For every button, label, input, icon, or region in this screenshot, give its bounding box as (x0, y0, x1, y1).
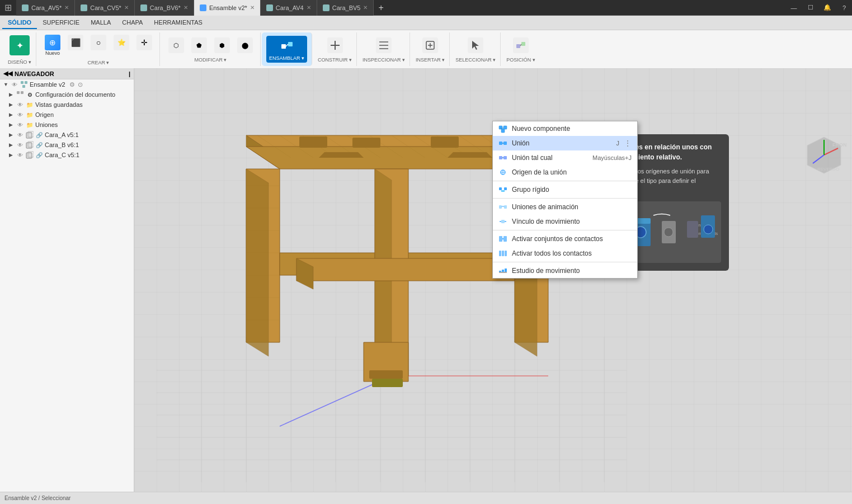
nav-cara-b-label: Cara_B v6:1 (45, 142, 79, 148)
nav-ensamble-label: Ensamble v2 (30, 81, 65, 88)
menu-union-tal-cual[interactable]: Unión tal cual Mayúsculas+J (493, 150, 637, 165)
help-button[interactable]: ? (836, 0, 852, 16)
modificar-icon3: ⬢ (214, 37, 230, 53)
nav-item-config[interactable]: ▶ ⚙ Configuración del documento (0, 90, 134, 100)
menu-vinculo-movimiento[interactable]: Vínculo de movimiento (493, 214, 637, 229)
svg-rect-11 (516, 44, 520, 48)
group-construir: CONSTRUIR ▾ (313, 32, 357, 66)
modificar-btn2[interactable]: ⬟ (189, 36, 210, 55)
mas-crear-icon: ⭐ (114, 35, 129, 50)
tab-cara-bv5[interactable]: Cara_BV5 ✕ (317, 0, 374, 16)
uniones-animacion-label: Uniones de animación (512, 203, 632, 211)
tab-cara-bv6[interactable]: Cara_BV6* ✕ (135, 0, 194, 16)
menu-activar-todos-contactos[interactable]: Activar todos los contactos (493, 246, 637, 261)
menu-estudio-movimiento[interactable]: Estudio de movimiento (493, 263, 637, 278)
modificar-btn4[interactable]: ⬤ (234, 36, 256, 55)
nav-item-cara-c[interactable]: ▶ 👁 🔗 Cara_C v5:1 (0, 150, 134, 160)
tab-herramientas[interactable]: HERRAMIENTAS (148, 17, 208, 29)
svg-line-2 (286, 44, 288, 46)
tab-chapa[interactable]: CHAPA (116, 17, 148, 29)
extruir-button[interactable]: ⬛ (65, 33, 86, 58)
nav-item-vistas[interactable]: ▶ 👁 📁 Vistas guardadas (0, 100, 134, 110)
nav-eye-icon[interactable]: 👁 (16, 121, 24, 129)
move-button[interactable]: ✛ (134, 33, 155, 58)
nav-item-cara-a[interactable]: ▶ 👁 🔗 Cara_A v5:1 (0, 130, 134, 140)
nav-item-origen[interactable]: ▶ 👁 📁 Origen (0, 110, 134, 120)
app-grid-icon[interactable]: ⊞ (0, 2, 16, 13)
close-icon[interactable]: ✕ (250, 4, 255, 11)
nav-collapse-icon[interactable]: ◀◀ (3, 70, 12, 77)
svg-rect-16 (22, 85, 25, 88)
menu-nuevo-componente[interactable]: Nuevo componente (493, 121, 637, 136)
group-modificar: ⬡ ⬟ ⬢ ⬤ MOD (161, 32, 261, 66)
notification-icon[interactable]: 🔔 (820, 0, 835, 16)
close-icon[interactable]: ✕ (363, 4, 368, 11)
inspeccionar-button[interactable] (373, 36, 394, 55)
posicion-button[interactable] (510, 36, 531, 55)
tab-cara-av5[interactable]: Cara_AV5* ✕ (16, 0, 75, 16)
tab-cara-cv5[interactable]: Cara_CV5* ✕ (75, 0, 135, 16)
group-ensamblar: ENSAMBLAR ▾ (262, 32, 312, 66)
new-tab-button[interactable]: + (374, 3, 388, 13)
mas-crear-button[interactable]: ⭐ (111, 33, 132, 58)
nav-eye-icon[interactable]: 👁 (11, 81, 18, 88)
modificar-btn3[interactable]: ⬢ (211, 36, 233, 55)
menu-activar-conjuntos-contactos[interactable]: Activar conjuntos de contactos (493, 232, 637, 246)
girar-icon: ○ (91, 35, 106, 50)
maximize-button[interactable]: ☐ (803, 0, 818, 16)
seleccionar-button[interactable] (465, 36, 486, 55)
nav-arrow-icon: ▼ (3, 82, 9, 87)
nuevo-cuerpo-button[interactable]: ⊕ Nuevo (42, 33, 63, 58)
close-icon[interactable]: ✕ (183, 4, 188, 11)
tab-ensamble-v2[interactable]: Ensamble v2* ✕ (194, 0, 261, 16)
menu-union[interactable]: Unión J ⋮ (493, 136, 637, 150)
modificar-btn1[interactable]: ⬡ (166, 36, 187, 55)
nav-pin-icon[interactable]: | (129, 70, 130, 77)
vinculo-movimiento-label: Vínculo de movimiento (512, 218, 632, 225)
menu-grupo-rigido[interactable]: Grupo rígido (493, 182, 637, 197)
diseno-dropdown-button[interactable]: ✦ (7, 34, 32, 57)
svg-rect-103 (501, 220, 505, 223)
nav-item-uniones[interactable]: ▶ 👁 📁 Uniones (0, 120, 134, 130)
svg-marker-63 (448, 152, 492, 158)
tab-malla[interactable]: MALLA (85, 17, 116, 29)
construir-button[interactable] (324, 36, 346, 55)
tab-cara-av4[interactable]: Cara_AV4 ✕ (261, 0, 317, 16)
nav-eye-icon[interactable]: 👁 (16, 151, 24, 159)
nav-cara-c-label: Cara_C v5:1 (45, 152, 79, 158)
nav-item-cara-b[interactable]: ▶ 👁 🔗 Cara_B v6:1 (0, 140, 134, 150)
group-insertar: INSERTAR ▾ (411, 32, 450, 66)
nav-record-icon[interactable]: ⊙ (78, 81, 83, 88)
svg-rect-60 (431, 136, 459, 148)
close-icon[interactable]: ✕ (124, 4, 129, 11)
tab-icon (81, 4, 87, 11)
svg-text:FRONTAL: FRONTAL (832, 142, 846, 148)
close-icon[interactable]: ✕ (64, 4, 69, 11)
nav-eye-icon[interactable]: 👁 (16, 101, 24, 109)
nav-eye-icon[interactable]: 👁 (16, 141, 24, 149)
insertar-button[interactable] (420, 36, 441, 55)
viewport[interactable]: Nuevo componente Unión J ⋮ (134, 68, 852, 492)
axis-orientation-widget[interactable]: FRONTAL REVERSO (802, 134, 846, 179)
nav-settings-icon[interactable]: ⚙ (69, 81, 75, 88)
close-icon[interactable]: ✕ (307, 4, 311, 11)
nav-eye-icon[interactable]: 👁 (16, 111, 24, 119)
menu-uniones-animacion[interactable]: Uniones de animación (493, 200, 637, 214)
svg-rect-59 (299, 136, 327, 148)
minimize-button[interactable]: — (786, 0, 802, 16)
svg-rect-110 (499, 272, 507, 273)
nav-link-icon: 🔗 (35, 151, 43, 159)
nav-eye-icon[interactable]: 👁 (16, 131, 24, 139)
insertar-icon (422, 37, 438, 53)
nav-item-ensamble[interactable]: ▼ 👁 Ensamble v2 ⚙ ⊙ (0, 79, 134, 90)
seleccionar-icon (468, 37, 483, 53)
tab-solido[interactable]: SÓLIDO (2, 17, 37, 29)
nav-component-box-icon (26, 131, 34, 139)
ensamblar-main-button[interactable]: ENSAMBLAR ▾ (266, 36, 307, 63)
menu-origen-union[interactable]: Origen de la unión (493, 165, 637, 180)
seleccionar-label: SELECCIONAR ▾ (455, 57, 496, 63)
status-text: Ensamble v2 / Seleccionar (4, 495, 70, 501)
girar-button[interactable]: ○ (88, 33, 109, 58)
tab-superficie[interactable]: SUPERFICIE (37, 17, 85, 29)
union-more-icon[interactable]: ⋮ (624, 139, 632, 148)
